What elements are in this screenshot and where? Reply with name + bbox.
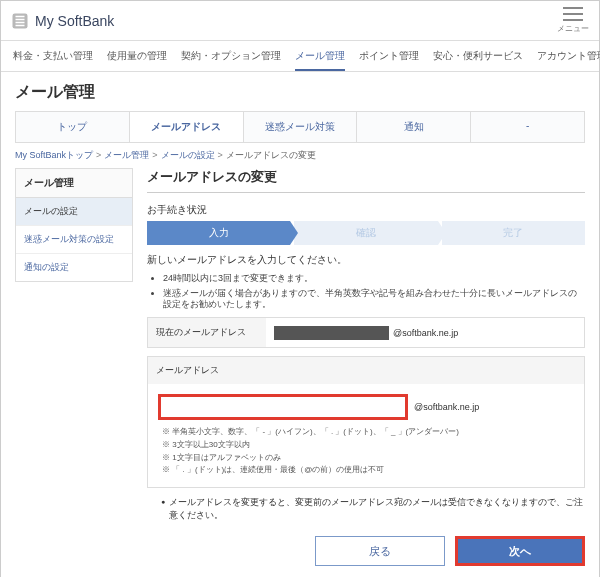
input-note: 1文字目はアルファベットのみ <box>162 452 574 465</box>
step: 入力 <box>147 221 290 245</box>
lead-bullet: 24時間以内に3回まで変更できます。 <box>163 273 585 285</box>
current-address-row: 現在のメールアドレス @softbank.ne.jp <box>147 317 585 348</box>
topnav-item[interactable]: ポイント管理 <box>359 49 419 71</box>
new-address-title: メールアドレス <box>148 357 584 384</box>
top-nav: 料金・支払い管理使用量の管理契約・オプション管理メール管理ポイント管理安心・便利… <box>1 41 599 72</box>
breadcrumb-link[interactable]: メールの設定 <box>161 150 215 160</box>
progress-steps: 入力確認完了 <box>147 221 585 245</box>
new-address-domain: @softbank.ne.jp <box>414 402 479 412</box>
current-address-label: 現在のメールアドレス <box>148 318 266 347</box>
step: 確認 <box>294 221 437 245</box>
menu-button[interactable]: メニュー <box>557 7 589 34</box>
sub-tabs: トップメールアドレス迷惑メール対策通知- <box>15 111 585 143</box>
sidebar-item[interactable]: メールの設定 <box>16 198 132 226</box>
topnav-item[interactable]: メール管理 <box>295 49 345 71</box>
sidebar: メール管理 メールの設定迷惑メール対策の設定通知の設定 <box>15 168 133 566</box>
breadcrumb-current: メールアドレスの変更 <box>226 150 316 160</box>
lead-bullet: 迷惑メールが届く場合がありますので、半角英数字や記号を組み合わせた十分に長いメー… <box>163 288 585 311</box>
input-note: 半角英小文字、数字、「 - 」(ハイフン)、「 . 」(ドット)、「 _ 」(ア… <box>162 426 574 439</box>
step: 完了 <box>442 221 585 245</box>
page-title: メール管理 <box>1 72 599 111</box>
topnav-item[interactable]: 料金・支払い管理 <box>13 49 93 71</box>
lead-bullets: 24時間以内に3回まで変更できます。迷惑メールが届く場合がありますので、半角英数… <box>163 273 585 311</box>
main-heading: メールアドレスの変更 <box>147 168 585 193</box>
new-address-box: メールアドレス @softbank.ne.jp 半角英小文字、数字、「 - 」(… <box>147 356 585 488</box>
new-address-input[interactable] <box>158 394 408 420</box>
topnav-item[interactable]: アカウント管理 <box>537 49 600 71</box>
lead-text: 新しいメールアドレスを入力してください。 <box>147 253 585 267</box>
menu-label: メニュー <box>557 23 589 34</box>
input-note: 3文字以上30文字以内 <box>162 439 574 452</box>
back-button[interactable]: 戻る <box>315 536 445 566</box>
status-label: お手続き状況 <box>147 203 585 217</box>
sidebar-item[interactable]: 通知の設定 <box>16 254 132 281</box>
tab-item[interactable]: トップ <box>16 112 130 142</box>
topnav-item[interactable]: 契約・オプション管理 <box>181 49 281 71</box>
tab-item[interactable]: メールアドレス <box>130 112 244 142</box>
foot-note: メールアドレスを変更すると、変更前のメールアドレス宛のメールは受信できなくなりま… <box>161 496 585 522</box>
topnav-item[interactable]: 安心・便利サービス <box>433 49 523 71</box>
sidebar-title: メール管理 <box>15 168 133 198</box>
tab-item[interactable]: 通知 <box>357 112 471 142</box>
brand[interactable]: My SoftBank <box>11 12 114 30</box>
breadcrumb: My SoftBankトップ>メール管理>メールの設定>メールアドレスの変更 <box>1 143 599 168</box>
tab-item[interactable]: 迷惑メール対策 <box>244 112 358 142</box>
brand-text: My SoftBank <box>35 13 114 29</box>
input-note: 「 . 」(ドット)は、連続使用・最後（@の前）の使用は不可 <box>162 464 574 477</box>
main-content: メールアドレスの変更 お手続き状況 入力確認完了 新しいメールアドレスを入力して… <box>147 168 585 566</box>
brand-icon <box>11 12 29 30</box>
hamburger-icon <box>563 7 583 21</box>
current-address-masked <box>274 326 389 340</box>
breadcrumb-link[interactable]: メール管理 <box>104 150 149 160</box>
topnav-item[interactable]: 使用量の管理 <box>107 49 167 71</box>
breadcrumb-link[interactable]: My SoftBankトップ <box>15 150 93 160</box>
tab-item[interactable]: - <box>471 112 584 142</box>
next-button[interactable]: 次へ <box>455 536 585 566</box>
input-notes: 半角英小文字、数字、「 - 」(ハイフン)、「 . 」(ドット)、「 _ 」(ア… <box>162 426 574 477</box>
sidebar-item[interactable]: 迷惑メール対策の設定 <box>16 226 132 254</box>
current-address-domain: @softbank.ne.jp <box>393 328 458 338</box>
